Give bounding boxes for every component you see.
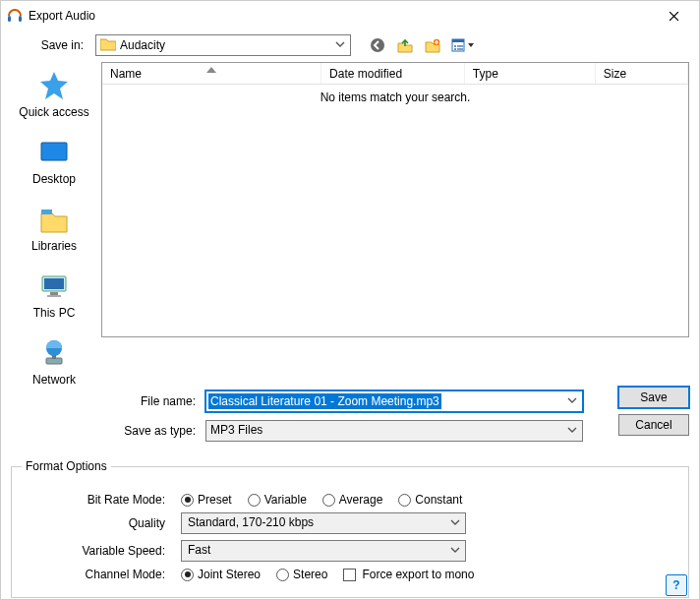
chevron-down-icon — [566, 424, 578, 439]
close-button[interactable] — [654, 1, 693, 30]
filename-label: File name: — [117, 394, 196, 408]
svg-point-2 — [371, 38, 384, 52]
channel-mode-label: Channel Mode: — [22, 568, 169, 581]
column-type[interactable]: Type — [465, 63, 596, 84]
column-size[interactable]: Size — [596, 63, 688, 84]
place-quick-access[interactable]: Quick access — [15, 70, 93, 119]
svg-rect-12 — [41, 210, 52, 214]
filename-value: Classical Literature 01 - Zoom Meeting.m… — [208, 393, 441, 409]
svg-rect-0 — [8, 16, 11, 22]
save-in-value: Audacity — [120, 38, 165, 52]
new-folder-button[interactable] — [422, 34, 443, 56]
save-in-row: Save in: Audacity — [1, 30, 699, 62]
svg-point-6 — [454, 45, 456, 47]
format-options-legend: Format Options — [22, 459, 111, 473]
cancel-button[interactable]: Cancel — [618, 414, 689, 436]
audacity-app-icon — [7, 8, 23, 24]
bitrate-mode-label: Bit Rate Mode: — [22, 493, 169, 507]
view-menu-button[interactable] — [449, 34, 479, 56]
svg-rect-1 — [19, 16, 22, 22]
svg-rect-5 — [452, 39, 464, 42]
checkbox-icon — [343, 569, 356, 581]
variable-speed-label: Variable Speed: — [22, 544, 169, 558]
nav-toolbar — [367, 34, 479, 56]
quality-label: Quality — [22, 516, 169, 530]
format-options-group: Format Options Bit Rate Mode: Preset Var… — [11, 459, 689, 598]
empty-list-text: No items match your search. — [102, 85, 688, 104]
chevron-down-icon — [566, 394, 578, 409]
force-mono-checkbox[interactable]: Force export to mono — [343, 568, 474, 581]
save-button[interactable]: Save — [618, 387, 689, 408]
chevron-down-icon — [334, 38, 346, 53]
file-list[interactable]: Name Date modified Type Size No items ma… — [101, 62, 689, 337]
place-network[interactable]: Network — [15, 337, 93, 387]
filename-input[interactable]: Classical Literature 01 - Zoom Meeting.m… — [205, 390, 583, 412]
channel-joint-radio[interactable]: Joint Stereo — [181, 568, 261, 581]
place-desktop[interactable]: Desktop — [15, 137, 93, 186]
svg-rect-8 — [457, 45, 463, 46]
svg-rect-14 — [44, 278, 64, 289]
titlebar: Export Audio — [1, 1, 699, 30]
save-in-label: Save in: — [11, 38, 89, 52]
svg-rect-15 — [50, 292, 58, 295]
place-libraries[interactable]: Libraries — [15, 204, 93, 253]
column-name[interactable]: Name — [102, 63, 321, 84]
sort-asc-icon — [206, 62, 216, 76]
export-audio-dialog: Export Audio Save in: Audacity — [0, 0, 700, 600]
svg-rect-19 — [52, 355, 56, 359]
window-title: Export Audio — [29, 9, 654, 23]
bitrate-variable-radio[interactable]: Variable — [248, 493, 307, 507]
svg-rect-9 — [457, 48, 463, 49]
svg-rect-16 — [47, 295, 61, 297]
savetype-label: Save as type: — [117, 424, 196, 438]
place-this-pc[interactable]: This PC — [15, 270, 93, 320]
folder-icon — [100, 37, 116, 54]
column-headers: Name Date modified Type Size — [102, 63, 688, 85]
quality-combo[interactable]: Standard, 170-210 kbps — [181, 512, 466, 534]
svg-point-7 — [454, 48, 456, 50]
svg-rect-10 — [41, 143, 67, 160]
save-in-combo[interactable]: Audacity — [95, 34, 351, 56]
help-button[interactable]: ? — [666, 574, 687, 596]
up-one-level-button[interactable] — [394, 34, 416, 56]
bitrate-constant-radio[interactable]: Constant — [398, 493, 462, 507]
back-button[interactable] — [367, 34, 388, 56]
column-date[interactable]: Date modified — [321, 63, 465, 84]
channel-stereo-radio[interactable]: Stereo — [276, 568, 327, 581]
chevron-down-icon — [449, 516, 461, 531]
bitrate-preset-radio[interactable]: Preset — [181, 493, 232, 507]
chevron-down-icon — [449, 544, 461, 559]
variable-speed-combo[interactable]: Fast — [181, 540, 466, 562]
savetype-combo[interactable]: MP3 Files — [205, 420, 583, 442]
places-bar: Quick access Desktop Libraries This PC N… — [11, 62, 97, 387]
bitrate-average-radio[interactable]: Average — [322, 493, 382, 507]
